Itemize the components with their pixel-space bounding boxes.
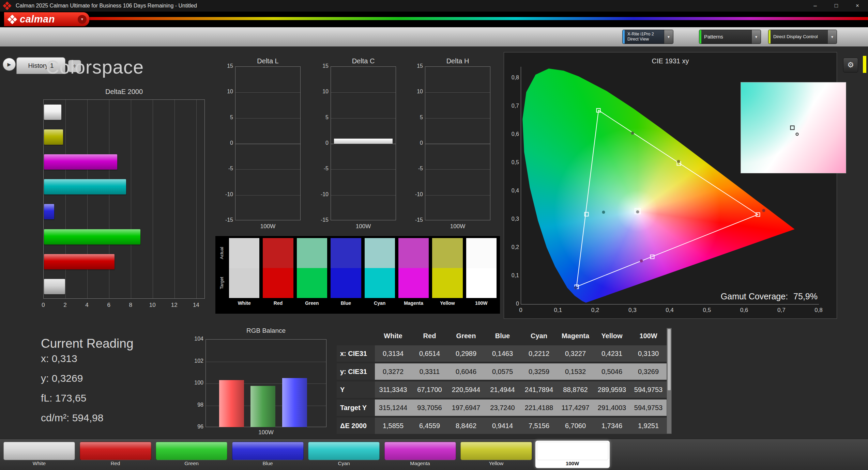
current-reading-title: Current Reading [41,336,133,351]
calman-logo[interactable]: calman ▼ [4,12,89,26]
table-cell: 0,4231 [594,345,630,362]
table-header-cyan: Cyan [521,328,557,344]
delta-y-tick-label: -15 [219,217,233,223]
delta-y-tick-label: 15 [219,63,233,69]
table-cell: 0,6514 [411,345,448,362]
close-icon[interactable]: × [847,0,868,12]
cie-x-tick-label: 0,4 [666,307,674,314]
patch-target [331,268,361,298]
table-header-white: White [375,328,411,344]
table-header-blue: Blue [484,328,521,344]
swatch-button-green[interactable]: Green [154,441,229,468]
deltae-bar-cyan [44,179,126,194]
patch-comparison-strip: Actual Target WhiteRedGreenBlueCyanMagen… [215,236,500,314]
table-cell: 0,3311 [411,363,448,380]
patch-column-magenta: Magenta [398,238,429,309]
table-header-yellow: Yellow [594,328,630,344]
swatch-label: Blue [231,460,305,466]
patch-target [398,268,429,298]
calman-window: Calman 2025 Calman Ultimate for Business… [0,0,868,470]
history-nav-icon[interactable]: ▶ [3,58,16,71]
table-cell: 6,7060 [557,418,594,434]
delta-y-tick-label: 5 [314,114,329,121]
cie-x-tick-label: 0,5 [703,307,711,314]
maximize-icon[interactable]: □ [826,0,847,12]
patterns-dropdown-arrow-icon[interactable]: ▼ [751,30,761,44]
patch-swatch-row: WhiteRedGreenBlueCyanMagentaYellow100W [0,439,868,470]
meter-line2: Direct View [627,37,664,42]
cie-target-cyan [584,212,589,217]
cie-target-magenta [650,254,654,259]
page-title: Colorspace [46,56,144,78]
cie-y-tick-label: 0,3 [505,216,519,222]
deltae-bars [44,100,204,298]
patch-actual [432,238,462,268]
actual-row-label: Actual [217,238,226,268]
swatch-label: Red [78,460,153,466]
patterns-dropdown[interactable]: Patterns ▼ [699,30,761,44]
meter-dropdown[interactable]: X-Rite i1Pro 2 Direct View ▼ [622,30,673,44]
delta-c-title: Delta C [331,57,396,65]
calman-logo-text: calman [20,14,55,25]
patch-columns: WhiteRedGreenBlueCyanMagentaYellow100W [229,238,497,309]
delta-gridline [331,118,396,119]
table-cell: 0,3227 [557,345,594,362]
swatch-button-cyan[interactable]: Cyan [307,441,381,468]
delta-y-tick-label: -15 [314,217,329,223]
rgb-y-tick-label: 96 [189,424,203,430]
delta-c-y-axis: 151050-5-10-15 [314,66,329,220]
patch-actual [466,238,497,268]
swatch-button-100w[interactable]: 100W [535,441,610,468]
cie-inset-zoom [741,82,846,173]
swatch-button-red[interactable]: Red [78,441,153,468]
patch-label: Green [297,298,327,308]
deltae-x-tick-label: 2 [63,302,66,309]
swatch-button-magenta[interactable]: Magenta [383,441,457,468]
display-control-dropdown[interactable]: Direct Display Control ▼ [768,30,837,44]
table-cell: 1,7346 [594,418,630,434]
cie-y-tick-label: 0,8 [505,75,519,81]
delta-l-x-label: 100W [235,223,301,230]
display-control-arrow-icon[interactable]: ▼ [827,30,837,44]
minimize-icon[interactable]: – [805,0,826,12]
meter-dropdown-arrow-icon[interactable]: ▼ [664,30,673,44]
table-cell: 0,1463 [484,345,521,362]
delta-y-tick-label: -10 [219,191,233,198]
delta-gridline [235,144,300,144]
swatch-button-blue[interactable]: Blue [231,441,305,468]
gear-icon[interactable]: ⚙ [843,58,858,73]
patch-target [229,268,259,298]
delta-bar [334,139,393,144]
deltae-x-axis: 02468101214 [43,302,205,310]
deltae-bar-magenta [44,154,117,170]
table-cell: 23,7240 [484,400,521,416]
patch-column-100w: 100W [466,238,497,309]
table-cell: 0,9414 [484,418,521,434]
table-cell: 6,4559 [411,418,448,434]
app-icon [3,1,11,10]
swatch-color [232,442,304,460]
swatch-button-white[interactable]: White [2,441,76,468]
table-cell: 21,4944 [484,381,521,398]
table-header-100w: 100W [630,328,667,344]
delta-c-chart [331,66,396,220]
swatch-color [3,442,75,460]
table-scrollbar-thumb[interactable] [668,329,671,390]
delta-gridline [425,169,490,170]
logo-menu-icon[interactable]: ▼ [78,15,87,24]
title-bar: Calman 2025 Calman Ultimate for Business… [0,0,868,12]
deltae-x-tick-label: 12 [171,302,178,309]
deltae-x-tick-label: 10 [149,302,156,309]
delta-gridline [331,195,396,195]
swatch-button-yellow[interactable]: Yellow [459,441,533,468]
delta-l-y-axis: 151050-5-10-15 [219,66,233,220]
delta-gridline [235,92,300,93]
cie-x-tick-label: 0,6 [740,307,748,314]
table-scrollbar[interactable] [667,328,672,434]
patch-label: Yellow [432,298,462,308]
inset-measured-dot [795,132,798,136]
swatch-label: Magenta [383,460,457,466]
delta-gridline [235,169,300,170]
patch-label: Magenta [398,298,429,308]
meter-text: X-Rite i1Pro 2 Direct View [625,30,664,44]
